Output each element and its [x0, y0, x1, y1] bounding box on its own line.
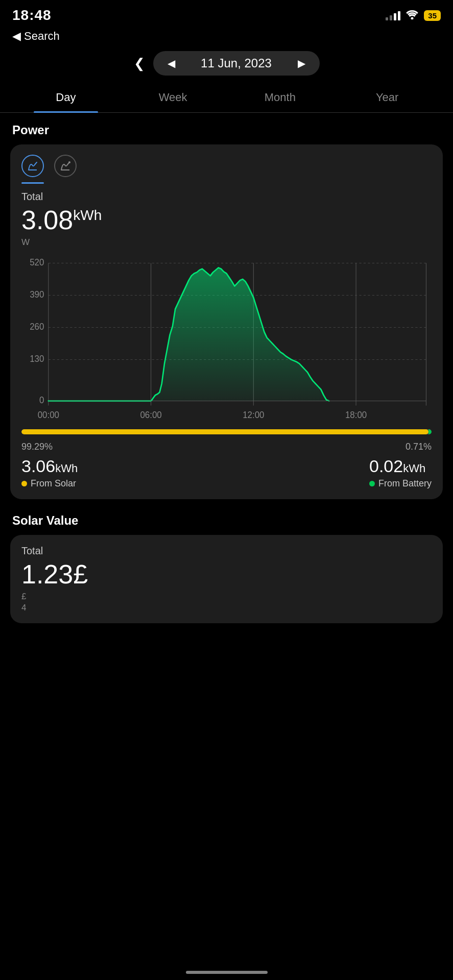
solar-value: 3.06kWh — [21, 456, 78, 476]
active-toggle-indicator — [21, 182, 44, 184]
tab-month[interactable]: Month — [227, 84, 334, 112]
chart-unit-label: W — [21, 237, 432, 248]
back-navigation: ◀ Search — [0, 28, 453, 48]
total-value: 3.08kWh — [21, 205, 432, 235]
svg-point-0 — [411, 17, 414, 19]
status-time: 18:48 — [12, 7, 52, 23]
date-next-button[interactable]: ▶ — [298, 57, 305, 69]
chart-type-1-button[interactable] — [21, 155, 44, 177]
svg-text:06:00: 06:00 — [140, 410, 162, 421]
battery-indicator: 35 — [424, 10, 441, 21]
home-indicator — [186, 971, 268, 974]
tab-day[interactable]: Day — [12, 84, 120, 112]
battery-breakdown: 0.02kWh From Battery — [369, 456, 432, 489]
battery-pct: 0.71% — [406, 442, 432, 452]
battery-value: 0.02kWh — [369, 456, 432, 476]
tab-bar: Day Week Month Year — [0, 84, 453, 113]
date-display: 11 Jun, 2023 — [185, 56, 288, 70]
solar-value-section-title: Solar Value — [0, 513, 453, 535]
solar-pct: 99.29% — [21, 442, 53, 452]
svg-text:130: 130 — [30, 354, 44, 364]
back-label[interactable]: Search — [24, 30, 60, 43]
chart-type-2-button[interactable] — [54, 155, 77, 177]
svg-text:12:00: 12:00 — [243, 410, 265, 421]
svg-point-1 — [68, 161, 70, 163]
solar-source-label: From Solar — [21, 478, 78, 489]
power-chart-svg: 520 390 260 130 0 00:00 06:00 12:00 18:0… — [21, 252, 432, 435]
battery-source-label: From Battery — [369, 478, 432, 489]
signal-icon — [386, 10, 400, 20]
solar-value-card: Total 1.23£ £ 4 — [10, 535, 443, 623]
svg-marker-21 — [49, 268, 426, 401]
back-arrow-icon[interactable]: ◀ — [12, 30, 21, 43]
solar-total-value: 1.23£ — [21, 559, 432, 590]
energy-split-bar — [21, 429, 432, 434]
page-back-button[interactable]: ❮ — [134, 56, 145, 71]
solar-total-label: Total — [21, 545, 432, 557]
solar-chart-min: 4 — [21, 603, 432, 613]
svg-text:18:00: 18:00 — [345, 410, 367, 421]
battery-dot — [369, 481, 375, 486]
svg-text:260: 260 — [30, 322, 44, 332]
svg-text:520: 520 — [30, 257, 44, 268]
power-section-title: Power — [0, 123, 453, 144]
power-card: Total 3.08kWh W 520 390 260 130 0 00: — [10, 144, 443, 499]
breakdown-values: 3.06kWh From Solar 0.02kWh From Battery — [21, 456, 432, 489]
status-bar: 18:48 35 — [0, 0, 453, 28]
solar-breakdown: 3.06kWh From Solar — [21, 456, 78, 489]
status-icons: 35 — [386, 9, 441, 22]
date-pill: ◀ 11 Jun, 2023 ▶ — [153, 51, 320, 76]
solar-chart-unit: £ — [21, 592, 432, 602]
date-prev-button[interactable]: ◀ — [168, 57, 175, 69]
power-chart: W 520 390 260 130 0 00:00 06:00 12:00 18 — [21, 237, 432, 421]
wifi-icon — [406, 9, 419, 22]
total-label: Total — [21, 191, 432, 203]
chart-toggle-row — [21, 155, 432, 177]
solar-bar-fill — [21, 429, 428, 434]
tab-week[interactable]: Week — [120, 84, 227, 112]
svg-text:0: 0 — [39, 395, 44, 406]
svg-text:390: 390 — [30, 289, 44, 300]
date-navigator: ❮ ◀ 11 Jun, 2023 ▶ — [0, 48, 453, 84]
svg-text:00:00: 00:00 — [38, 410, 60, 421]
percentage-row: 99.29% 0.71% — [21, 442, 432, 452]
solar-dot — [21, 481, 27, 486]
tab-year[interactable]: Year — [333, 84, 441, 112]
